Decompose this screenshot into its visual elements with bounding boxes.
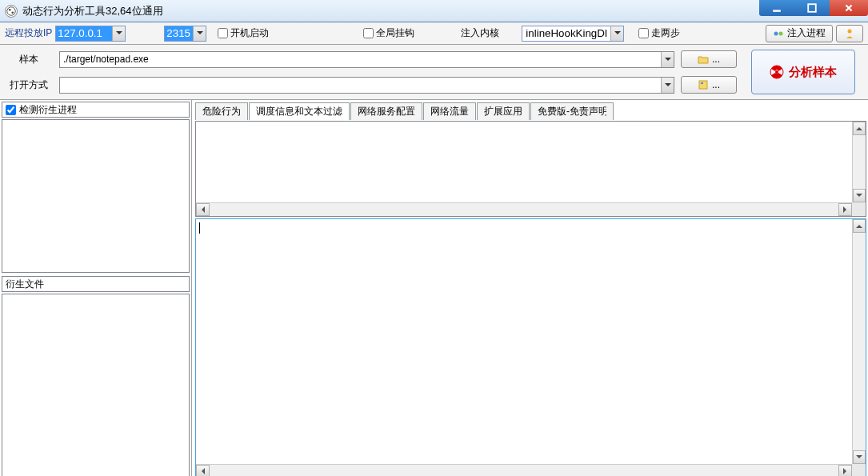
autostart-label: 开机启动 <box>230 26 269 40</box>
lower-text-area[interactable] <box>195 218 866 476</box>
browse-sample-button[interactable]: ... <box>681 50 737 68</box>
scroll-track[interactable] <box>210 203 838 216</box>
autostart-check[interactable] <box>218 28 228 38</box>
scroll-up-icon[interactable] <box>853 219 866 233</box>
inject-process-label: 注入进程 <box>787 26 826 40</box>
autostart-checkbox[interactable]: 开机启动 <box>218 26 269 40</box>
svg-point-0 <box>7 6 16 15</box>
file-area: 样本 ... 分析样本 打开方式 ... <box>0 45 868 100</box>
horizontal-scrollbar[interactable] <box>196 202 852 216</box>
open-with-label: 打开方式 <box>5 78 53 92</box>
open-with-input[interactable] <box>60 78 661 93</box>
close-button[interactable] <box>830 0 868 16</box>
scroll-left-icon[interactable] <box>196 465 210 476</box>
browse-label: ... <box>712 54 720 65</box>
svg-point-2 <box>11 11 14 14</box>
scroll-down-icon[interactable] <box>853 189 866 202</box>
svg-point-5 <box>774 31 778 35</box>
chevron-down-icon[interactable] <box>610 26 623 41</box>
horizontal-scrollbar[interactable] <box>196 464 852 476</box>
scroll-left-icon[interactable] <box>196 203 210 216</box>
detect-spawn-header: 检测衍生进程 <box>2 102 190 118</box>
hook-method-input[interactable] <box>522 27 610 39</box>
main-area: 检测衍生进程 衍生文件 危险行为 调度信息和文本过滤 网络服务配置 网络流量 扩… <box>0 100 868 476</box>
chevron-down-icon[interactable] <box>661 78 674 93</box>
svg-rect-3 <box>773 10 781 11</box>
svg-point-1 <box>9 8 11 10</box>
user-icon <box>844 28 855 39</box>
global-hook-check[interactable] <box>363 28 374 38</box>
inject-process-button[interactable]: 注入进程 <box>766 25 833 42</box>
toolbar: 远程投放IP 开机启动 全局挂钩 注入内核 走两步 注入进程 <box>0 22 868 45</box>
scroll-right-icon[interactable] <box>838 465 852 476</box>
tab-bar: 危险行为 调度信息和文本过滤 网络服务配置 网络流量 扩展应用 免费版-免责声明 <box>195 102 866 119</box>
svg-rect-4 <box>808 4 816 12</box>
tab-schedule-filter[interactable]: 调度信息和文本过滤 <box>249 102 350 120</box>
analyze-label: 分析样本 <box>789 65 837 80</box>
hook-method-combo[interactable] <box>522 26 624 42</box>
scroll-corner <box>852 202 866 216</box>
detect-spawn-check[interactable] <box>6 105 16 115</box>
derived-files-header: 衍生文件 <box>2 276 190 292</box>
svg-rect-10 <box>699 81 707 89</box>
app-icon <box>698 79 709 90</box>
scroll-track[interactable] <box>210 465 838 476</box>
derived-files-list[interactable] <box>2 294 190 476</box>
svg-rect-11 <box>701 82 703 84</box>
text-cursor <box>199 222 200 234</box>
sample-label: 样本 <box>5 53 53 66</box>
app-icon <box>5 5 18 18</box>
spawn-process-list[interactable] <box>2 119 190 273</box>
sample-path-combo[interactable] <box>59 51 674 68</box>
sample-path-input[interactable] <box>60 52 661 67</box>
svg-point-6 <box>779 31 783 35</box>
inject-kernel-label: 注入内核 <box>461 26 499 40</box>
chevron-down-icon[interactable] <box>193 26 206 41</box>
radiation-icon <box>770 65 784 79</box>
window-title: 动态行为分析工具32,64位通用 <box>22 4 163 18</box>
remote-ip-input[interactable] <box>56 26 112 41</box>
tab-free-disclaimer[interactable]: 免费版-免责声明 <box>530 102 614 120</box>
inject-icon <box>773 28 784 39</box>
derived-files-label: 衍生文件 <box>6 278 44 291</box>
analyze-button[interactable]: 分析样本 <box>751 50 855 94</box>
scroll-corner <box>852 464 866 476</box>
tab-extensions[interactable]: 扩展应用 <box>477 102 530 120</box>
tab-network-config[interactable]: 网络服务配置 <box>350 102 422 120</box>
title-bar: 动态行为分析工具32,64位通用 <box>0 0 868 22</box>
right-column: 危险行为 调度信息和文本过滤 网络服务配置 网络流量 扩展应用 免费版-免责声明 <box>192 100 868 476</box>
remote-ip-label: 远程投放IP <box>5 26 52 40</box>
chevron-down-icon[interactable] <box>661 52 674 67</box>
maximize-button[interactable] <box>794 0 830 16</box>
detect-spawn-label: 检测衍生进程 <box>19 103 77 117</box>
port-input[interactable] <box>165 26 193 41</box>
global-hook-label: 全局挂钩 <box>376 26 414 40</box>
folder-icon <box>698 54 709 65</box>
vertical-scrollbar[interactable] <box>852 219 866 464</box>
scroll-right-icon[interactable] <box>838 203 852 216</box>
two-step-check[interactable] <box>638 28 649 38</box>
open-with-combo[interactable] <box>59 77 674 94</box>
tab-danger[interactable]: 危险行为 <box>195 102 248 120</box>
user-button[interactable] <box>836 25 863 42</box>
svg-point-7 <box>848 29 852 33</box>
global-hook-checkbox[interactable]: 全局挂钩 <box>363 26 414 40</box>
left-column: 检测衍生进程 衍生文件 <box>0 100 192 476</box>
browse-label: ... <box>712 79 720 90</box>
tab-network-traffic[interactable]: 网络流量 <box>423 102 476 120</box>
window-controls <box>759 0 868 16</box>
chevron-down-icon[interactable] <box>112 26 125 41</box>
minimize-button[interactable] <box>759 0 794 16</box>
vertical-scrollbar[interactable] <box>852 122 866 202</box>
scroll-down-icon[interactable] <box>853 450 866 464</box>
remote-ip-combo[interactable] <box>55 26 126 42</box>
svg-point-9 <box>775 70 778 74</box>
two-step-checkbox[interactable]: 走两步 <box>638 26 680 40</box>
scroll-up-icon[interactable] <box>853 122 866 135</box>
port-combo[interactable] <box>164 26 206 42</box>
two-step-label: 走两步 <box>651 26 680 40</box>
upper-text-area[interactable] <box>195 121 866 217</box>
browse-open-with-button[interactable]: ... <box>681 76 737 94</box>
